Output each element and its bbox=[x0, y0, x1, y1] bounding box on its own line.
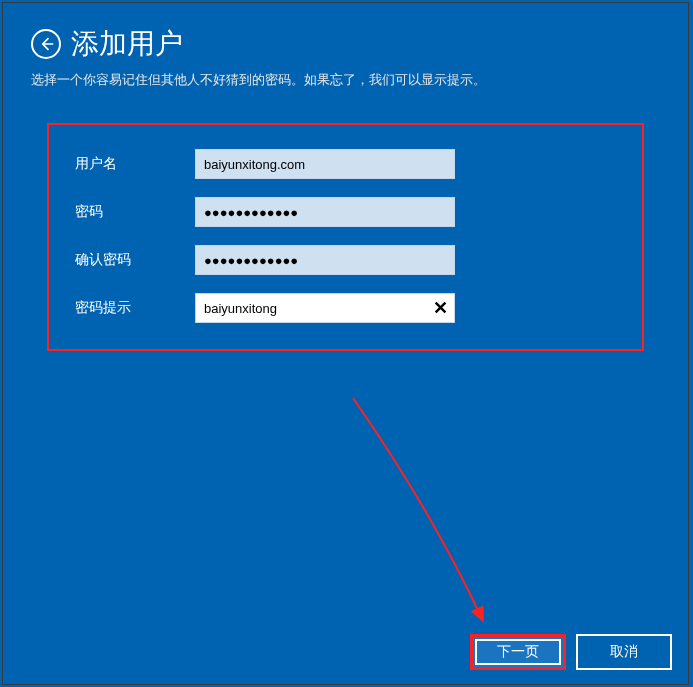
footer-buttons: 下一页 取消 bbox=[470, 634, 672, 670]
label-hint: 密码提示 bbox=[75, 299, 195, 317]
row-username: 用户名 bbox=[75, 149, 616, 179]
form-area: 用户名 密码 确认密码 密码提示 ✕ bbox=[47, 123, 644, 351]
row-confirm: 确认密码 bbox=[75, 245, 616, 275]
next-button[interactable]: 下一页 bbox=[470, 634, 566, 670]
cancel-button-label: 取消 bbox=[610, 643, 638, 661]
title-row: 添加用户 bbox=[31, 25, 660, 63]
arrow-left-icon bbox=[38, 36, 54, 52]
row-hint: 密码提示 ✕ bbox=[75, 293, 616, 323]
label-username: 用户名 bbox=[75, 155, 195, 173]
input-wrap-hint: ✕ bbox=[195, 293, 455, 323]
password-input[interactable] bbox=[195, 197, 455, 227]
page-subtitle: 选择一个你容易记住但其他人不好猜到的密码。如果忘了，我们可以显示提示。 bbox=[31, 71, 660, 89]
username-input[interactable] bbox=[195, 149, 455, 179]
password-hint-input[interactable] bbox=[195, 293, 455, 323]
input-wrap-confirm bbox=[195, 245, 455, 275]
clear-hint-button[interactable]: ✕ bbox=[425, 293, 455, 323]
label-confirm: 确认密码 bbox=[75, 251, 195, 269]
label-password: 密码 bbox=[75, 203, 195, 221]
header: 添加用户 选择一个你容易记住但其他人不好猜到的密码。如果忘了，我们可以显示提示。 bbox=[3, 3, 688, 99]
close-icon: ✕ bbox=[433, 297, 448, 319]
cancel-button[interactable]: 取消 bbox=[576, 634, 672, 670]
row-password: 密码 bbox=[75, 197, 616, 227]
input-wrap-password bbox=[195, 197, 455, 227]
next-button-label: 下一页 bbox=[497, 643, 539, 661]
add-user-window: 添加用户 选择一个你容易记住但其他人不好猜到的密码。如果忘了，我们可以显示提示。… bbox=[2, 2, 689, 685]
confirm-password-input[interactable] bbox=[195, 245, 455, 275]
input-wrap-username bbox=[195, 149, 455, 179]
page-title: 添加用户 bbox=[71, 25, 183, 63]
back-button[interactable] bbox=[31, 29, 61, 59]
